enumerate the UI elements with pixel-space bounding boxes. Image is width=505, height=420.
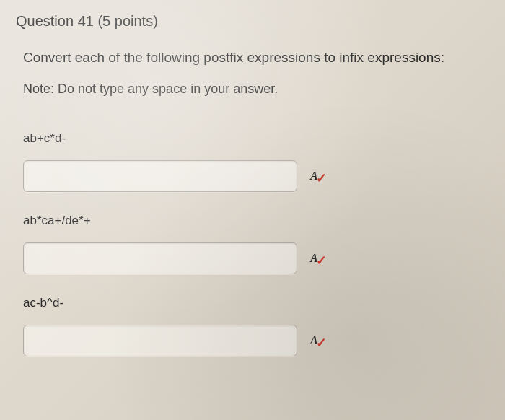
answer-input-3[interactable] (23, 325, 297, 356)
spellcheck-check: ✓ (316, 170, 327, 186)
expression-block-3: ac-b^d- A ✓ (23, 296, 489, 356)
answer-input-1[interactable] (23, 160, 297, 192)
question-label: Question (16, 13, 74, 29)
spellcheck-check: ✓ (316, 335, 327, 351)
answer-input-2[interactable] (23, 242, 297, 274)
spellcheck-icon[interactable]: A ✓ (310, 331, 327, 351)
question-number: 41 (78, 13, 94, 29)
spellcheck-check: ✓ (316, 253, 327, 268)
spellcheck-icon[interactable]: A ✓ (310, 248, 327, 268)
question-points: (5 points) (97, 13, 157, 29)
expression-label-1: ab+c*d- (23, 131, 489, 146)
spellcheck-icon[interactable]: A ✓ (310, 166, 327, 186)
question-header: Question 41 (5 points) (16, 13, 489, 30)
expression-label-2: ab*ca+/de*+ (23, 214, 489, 228)
expression-block-2: ab*ca+/de*+ A ✓ (23, 214, 489, 274)
instruction-text: Convert each of the following postfix ex… (23, 50, 489, 66)
note-text: Note: Do not type any space in your answ… (23, 82, 489, 97)
expression-block-1: ab+c*d- A ✓ (23, 131, 489, 192)
expression-label-3: ac-b^d- (23, 296, 489, 310)
